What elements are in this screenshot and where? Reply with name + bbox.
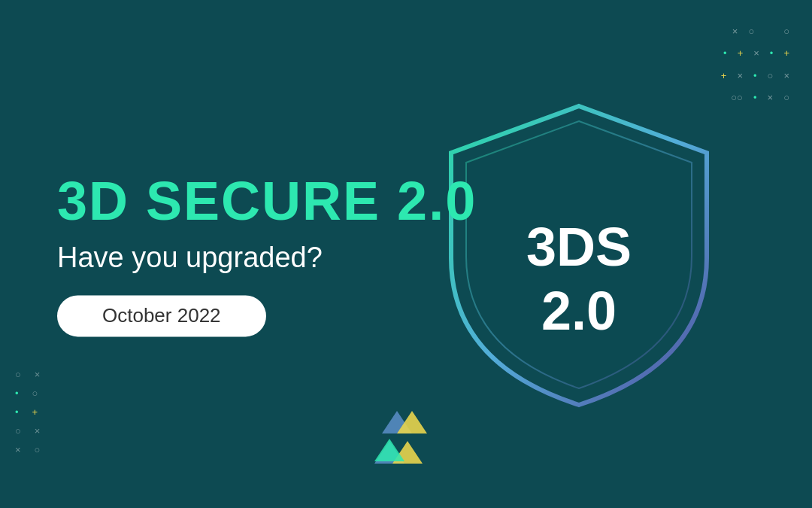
deco-sym: +	[738, 44, 744, 62]
deco-sym: +	[783, 44, 789, 62]
svg-text:3DS: 3DS	[526, 217, 632, 277]
left-content-area: 3D SECURE 2.0 Have you upgraded? October…	[57, 172, 477, 336]
deco-sym	[765, 23, 773, 40]
shield-graphic: 3DS 2.0	[436, 93, 722, 416]
deco-sym: ×	[15, 444, 21, 455]
svg-marker-8	[374, 439, 404, 461]
deco-sym: ○	[768, 67, 774, 84]
deco-sym: ×	[753, 44, 759, 62]
decorative-dots-top-right: × ○ ○ • + × • + + × • ○ × ○○ • × ○	[721, 23, 789, 111]
deco-sym: ×	[768, 89, 774, 106]
deco-sym: +	[721, 67, 727, 84]
deco-sym: ○	[15, 425, 21, 437]
logo-bottom-center	[368, 407, 444, 470]
subtitle: Have you upgraded?	[57, 242, 477, 274]
deco-sym: •	[753, 89, 757, 106]
deco-sym: +	[32, 406, 38, 418]
deco-sym: ×	[35, 425, 41, 437]
deco-sym: ×	[35, 369, 41, 380]
deco-sym: •	[770, 44, 774, 62]
date-badge: October 2022	[57, 295, 266, 336]
main-container: 3D SECURE 2.0 Have you upgraded? October…	[0, 0, 812, 508]
deco-sym: ○	[15, 369, 21, 380]
deco-sym: •	[723, 44, 727, 62]
deco-sym: •	[753, 67, 757, 84]
deco-sym: ×	[737, 67, 743, 84]
company-logo	[368, 407, 444, 467]
deco-sym: •	[15, 388, 19, 399]
main-title: 3D SECURE 2.0	[57, 172, 477, 231]
deco-sym: ○	[783, 23, 789, 40]
deco-sym: ○	[748, 23, 754, 40]
deco-sym: ○	[783, 89, 789, 106]
deco-sym: ×	[732, 23, 738, 40]
shield-svg: 3DS 2.0	[436, 93, 722, 416]
deco-sym: ○○	[731, 89, 743, 106]
decorative-dots-bottom-left: ○ × • ○ • + ○ × × ○	[15, 369, 40, 463]
deco-sym: ○	[35, 444, 41, 455]
deco-sym: •	[15, 406, 19, 418]
deco-sym: ○	[32, 388, 38, 399]
svg-text:2.0: 2.0	[541, 281, 617, 341]
deco-sym: ×	[783, 67, 789, 84]
